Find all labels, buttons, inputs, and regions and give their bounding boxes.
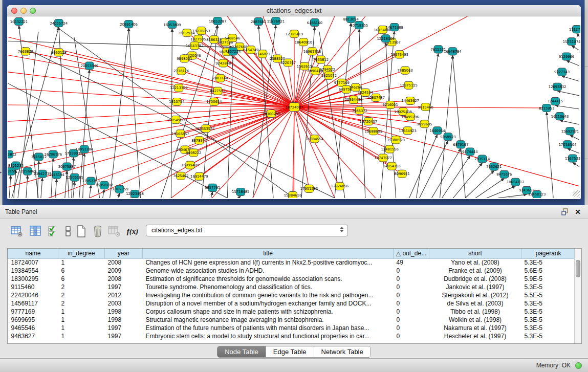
table-cell[interactable]: 2009 bbox=[105, 267, 143, 275]
table-select-dropdown[interactable]: citations_edges.txt bbox=[146, 225, 348, 236]
table-cell[interactable]: 0 bbox=[394, 316, 429, 324]
table-cell[interactable]: 9777169 bbox=[8, 308, 58, 316]
table-cell[interactable]: Tibbo et al. (1998) bbox=[429, 308, 521, 316]
table-cell[interactable]: Estimation of significance thresholds fo… bbox=[143, 275, 394, 283]
column-header-in_degree[interactable]: in_degree bbox=[58, 249, 105, 258]
column-header-short[interactable]: short bbox=[429, 249, 521, 258]
table-cell[interactable]: Disruption of a novel member of a sodium… bbox=[143, 299, 394, 308]
table-cell[interactable]: 6 bbox=[58, 267, 105, 275]
close-panel-icon[interactable]: ✕ bbox=[575, 207, 581, 216]
table-cell[interactable]: 9699695 bbox=[8, 316, 58, 324]
table-cell[interactable]: 5.5E-5 bbox=[521, 291, 576, 299]
table-cell[interactable]: Nakamura et al. (1997) bbox=[429, 324, 521, 332]
table-cell[interactable]: 5.3E-5 bbox=[521, 332, 576, 340]
table-cell[interactable]: 0 bbox=[394, 283, 429, 291]
table-cell[interactable]: 2 bbox=[58, 291, 105, 299]
table-cell[interactable]: 1998 bbox=[105, 316, 143, 324]
column-header-out_de[interactable]: △ out_de... bbox=[394, 249, 429, 258]
table-cell[interactable]: Structural magnetic resonance image aver… bbox=[143, 316, 394, 324]
table-cell[interactable]: 0 bbox=[394, 332, 429, 340]
table-cell[interactable]: Genome-wide association studies in ADHD. bbox=[143, 267, 394, 275]
table-cell[interactable]: Embryonic stem cells: a model to study s… bbox=[143, 332, 394, 340]
table-cell[interactable]: 1998 bbox=[105, 308, 143, 316]
scrollbar-thumb[interactable] bbox=[576, 260, 580, 277]
table-cell[interactable]: Corpus callosum shape and size in male p… bbox=[143, 308, 394, 316]
table-cell[interactable]: 2 bbox=[58, 299, 105, 308]
table-cell[interactable]: Wolkin et al. (1998) bbox=[429, 316, 521, 324]
table-cell[interactable]: Investigating the contribution of common… bbox=[143, 291, 394, 299]
table-cell[interactable]: Dudbridge et al. (2008) bbox=[429, 275, 521, 283]
table-cell[interactable]: 2012 bbox=[105, 291, 143, 299]
window-resize-grip[interactable] bbox=[573, 190, 580, 198]
table-cell[interactable]: 1 bbox=[58, 258, 105, 267]
table-cell[interactable]: 5.3E-5 bbox=[521, 324, 576, 332]
table-cell[interactable]: 18300295 bbox=[8, 275, 58, 283]
new-table-button[interactable] bbox=[75, 225, 88, 238]
table-cell[interactable]: 5.9E-5 bbox=[521, 275, 576, 283]
tab-edge-table[interactable]: Edge Table bbox=[266, 346, 314, 357]
table-cell[interactable]: 49 bbox=[394, 258, 429, 267]
table-cell[interactable]: Stergiakouli et al. (2012) bbox=[429, 291, 521, 299]
panel-expand-arrow-icon[interactable]: ▸ bbox=[0, 170, 2, 174]
table-cell[interactable]: 6 bbox=[58, 275, 105, 283]
table-cell[interactable]: 0 bbox=[394, 324, 429, 332]
tab-network-table[interactable]: Network Table bbox=[314, 346, 371, 357]
table-cell[interactable]: 1 bbox=[58, 332, 105, 340]
table-cell[interactable]: 0 bbox=[394, 291, 429, 299]
table-cell[interactable]: 1 bbox=[58, 308, 105, 316]
select-rows-button[interactable] bbox=[46, 225, 59, 238]
table-cell[interactable]: 2 bbox=[58, 283, 105, 291]
table-cell[interactable]: 1997 bbox=[105, 283, 143, 291]
table-cell[interactable]: 5.3E-5 bbox=[521, 283, 576, 291]
table-cell[interactable]: Changes of HCN gene expression and I(f) … bbox=[143, 258, 394, 267]
table-row[interactable]: 1938455462009Genome-wide association stu… bbox=[8, 267, 576, 275]
table-cell[interactable]: 0 bbox=[394, 299, 429, 308]
table-row[interactable]: 946362711997Embryonic stem cells: a mode… bbox=[8, 332, 576, 340]
network-canvas[interactable]: 1872400718300295193845548912934192260531… bbox=[8, 16, 580, 198]
table-row[interactable]: 1872400712008Changes of HCN gene express… bbox=[8, 258, 576, 267]
table-cell[interactable]: 0 bbox=[394, 308, 429, 316]
delete-table-button[interactable] bbox=[91, 225, 104, 238]
table-cell[interactable]: 0 bbox=[394, 275, 429, 283]
table-row[interactable]: 1456911722003Disruption of a novel membe… bbox=[8, 299, 576, 308]
table-cell[interactable]: 5.6E-5 bbox=[521, 267, 576, 275]
table-row[interactable]: 2242004622012Investigating the contribut… bbox=[8, 291, 576, 299]
table-row[interactable]: 969969511998Structural magnetic resonanc… bbox=[8, 316, 576, 324]
table-cell[interactable]: Hescheler et al. (1997) bbox=[429, 332, 521, 340]
table-row[interactable]: 1830029562008Estimation of significance … bbox=[8, 275, 576, 283]
window-titlebar[interactable]: citations_edges.txt bbox=[7, 5, 581, 16]
column-header-title[interactable]: title bbox=[143, 249, 394, 258]
table-cell[interactable]: 2008 bbox=[105, 275, 143, 283]
table-cell[interactable]: 14569117 bbox=[8, 299, 58, 308]
table-cell[interactable]: 9115460 bbox=[8, 283, 58, 291]
table-cell[interactable]: 5.3E-5 bbox=[521, 258, 576, 267]
table-cell[interactable]: 0 bbox=[394, 267, 429, 275]
table-cell[interactable]: 1997 bbox=[105, 332, 143, 340]
table-cell[interactable]: Estimation of the future numbers of pati… bbox=[143, 324, 394, 332]
table-cell[interactable]: 22420046 bbox=[8, 291, 58, 299]
memory-ok-indicator[interactable] bbox=[575, 362, 582, 369]
table-cell[interactable]: 19384554 bbox=[8, 267, 58, 275]
table-cell[interactable]: 2003 bbox=[105, 299, 143, 308]
table-row[interactable]: 977716911998Corpus callosum shape and si… bbox=[8, 308, 576, 316]
table-cell[interactable]: 5.3E-5 bbox=[521, 308, 576, 316]
table-cell[interactable]: Jankovic et al. (1997) bbox=[429, 283, 521, 291]
table-row[interactable]: 946554611997Estimation of the future num… bbox=[8, 324, 576, 332]
select-columns-button[interactable] bbox=[29, 225, 42, 238]
table-cell[interactable]: Tourette syndrome. Phenomenology and cla… bbox=[143, 283, 394, 291]
tab-node-table[interactable]: Node Table bbox=[217, 346, 266, 357]
table-cell[interactable]: 9463627 bbox=[8, 332, 58, 340]
column-header-pagerank[interactable]: pagerank bbox=[521, 249, 576, 258]
column-settings-button[interactable] bbox=[10, 225, 24, 238]
right-panel-edge[interactable] bbox=[584, 0, 588, 205]
table-cell[interactable]: 1 bbox=[58, 316, 105, 324]
table-cell[interactable]: 18724007 bbox=[8, 258, 58, 267]
table-cell[interactable]: 9465546 bbox=[8, 324, 58, 332]
function-builder-button[interactable]: f(x) bbox=[126, 225, 139, 238]
table-cell[interactable]: 5.3E-5 bbox=[521, 299, 576, 308]
table-cell[interactable]: Franke et al. (2009) bbox=[429, 267, 521, 275]
row-height-button[interactable] bbox=[61, 225, 75, 238]
table-row[interactable]: 911546021997Tourette syndrome. Phenomeno… bbox=[8, 283, 576, 291]
float-panel-icon[interactable] bbox=[561, 208, 569, 215]
table-cell[interactable]: Yano et al. (2008) bbox=[429, 258, 521, 267]
